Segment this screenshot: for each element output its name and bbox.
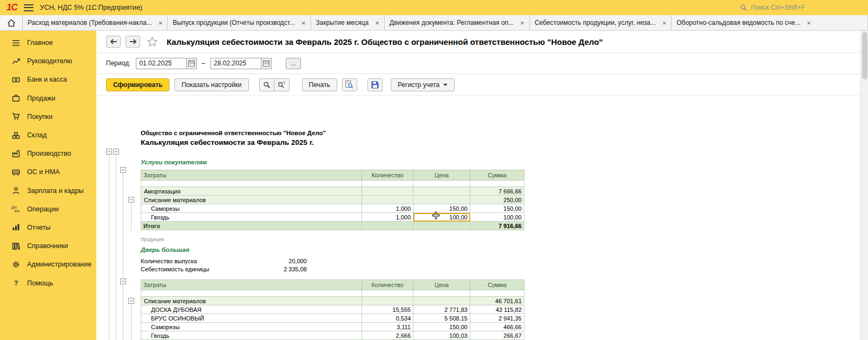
period-from-calendar-button[interactable] — [187, 58, 197, 69]
blank-cell — [141, 290, 362, 297]
row-name-cell[interactable]: Саморезы — [141, 204, 362, 213]
sidebar-item-manager[interactable]: Руководителю — [0, 52, 96, 70]
sidebar-item-bank[interactable]: Банк и касса — [0, 70, 96, 89]
tab-3[interactable]: Закрытие месяца× — [311, 15, 385, 30]
cell-qty[interactable]: 3,111 — [362, 323, 413, 331]
cell-sum[interactable]: 466,66 — [470, 323, 524, 331]
tab-close-icon[interactable]: × — [301, 19, 306, 26]
home-icon — [7, 19, 16, 27]
row-name-cell[interactable]: Гвоздь — [141, 213, 362, 222]
cell-sum[interactable]: 43 115,82 — [470, 305, 524, 314]
sidebar-item-reports[interactable]: Отчеты — [0, 218, 96, 237]
sidebar-item-catalogs[interactable]: Справочники — [0, 237, 96, 255]
period-to-input[interactable]: 28.02.2025 — [211, 58, 261, 69]
cell-price[interactable] — [413, 297, 470, 305]
tab-label: Расход материалов (Требования-накла... — [28, 19, 152, 26]
cell-price[interactable]: 2 771,83 — [413, 305, 470, 314]
back-button[interactable] — [106, 36, 121, 48]
report-area: Общество с ограниченной ответственностью… — [96, 126, 860, 340]
cell-qty[interactable]: 2,666 — [362, 331, 413, 340]
cell-price[interactable] — [413, 196, 470, 204]
home-tab[interactable] — [0, 15, 23, 30]
cell-sum[interactable]: 150,00 — [470, 204, 524, 213]
tab-4[interactable]: Движения документа: Регламентная оп...× — [385, 15, 530, 30]
cell-qty[interactable]: 1,000 — [362, 213, 413, 222]
cell-sum[interactable]: 7 666,66 — [470, 187, 524, 196]
row-name-cell[interactable]: Гвоздь — [141, 331, 362, 340]
tab-label: Оборотно-сальдовая ведомость по сче... — [676, 19, 800, 26]
forward-button[interactable] — [126, 36, 140, 48]
tab-close-icon[interactable]: × — [520, 19, 524, 26]
collapse-toggle[interactable] — [113, 149, 119, 155]
cell-qty[interactable]: 0,534 — [362, 314, 413, 323]
total-label[interactable]: Итого — [141, 222, 362, 230]
sidebar-item-hr[interactable]: Зарплата и кадры — [0, 182, 96, 200]
page-title: Калькуляция себестоимости за Февраль 202… — [167, 37, 603, 46]
blank-cell — [141, 181, 362, 187]
cell-sum[interactable]: 100,00 — [470, 213, 524, 222]
cell-qty[interactable] — [362, 196, 413, 204]
cell-qty[interactable]: 1,000 — [362, 204, 413, 213]
tab-close-icon[interactable]: × — [375, 19, 379, 26]
find-button[interactable] — [259, 78, 274, 91]
cell-price[interactable]: 150,00 — [413, 323, 470, 331]
cell-qty[interactable] — [362, 297, 413, 305]
tab-2[interactable]: Выпуск продукции (Отчеты производст...× — [168, 15, 311, 30]
sidebar-item-help[interactable]: ?Помощь — [0, 274, 96, 292]
generate-button[interactable]: Сформировать — [106, 78, 169, 91]
favorite-star-icon[interactable] — [147, 37, 157, 46]
sidebar-item-main[interactable]: Главное — [0, 34, 96, 52]
sidebar-item-sales[interactable]: Продажи — [0, 89, 96, 108]
collapse-toggle[interactable] — [106, 149, 112, 155]
cell-sum[interactable]: 250,00 — [470, 196, 524, 204]
sidebar-item-production[interactable]: Производство — [0, 144, 96, 163]
cell-price[interactable]: 5 508,15 — [413, 314, 470, 323]
sidebar-item-warehouse[interactable]: Склад — [0, 126, 96, 144]
preview-button[interactable] — [342, 78, 357, 91]
period-to-calendar-button[interactable] — [261, 58, 272, 69]
tab-close-icon[interactable]: × — [807, 19, 811, 26]
row-name-cell[interactable]: Амортизация — [141, 187, 362, 196]
blank-cell — [413, 290, 470, 297]
cell-price[interactable]: 150,00 — [413, 204, 470, 213]
collapse-toggle[interactable] — [128, 197, 134, 203]
vertical-scrollbar[interactable] — [860, 31, 868, 340]
row-name-cell[interactable]: Саморезы — [141, 323, 362, 331]
total-sum[interactable]: 7 916,66 — [470, 222, 524, 230]
row-name-cell[interactable]: Списание материалов — [141, 196, 362, 204]
main-menu-icon[interactable] — [24, 4, 34, 11]
sidebar-item-admin[interactable]: Администрирование — [0, 255, 96, 274]
tab-close-icon[interactable]: × — [662, 19, 667, 26]
scrollbar-thumb[interactable] — [862, 32, 867, 79]
tab-close-icon[interactable]: × — [159, 19, 163, 26]
cell-sum[interactable]: 46 701,61 — [470, 297, 524, 305]
cell-sum[interactable]: 2 941,35 — [470, 314, 524, 323]
register-dropdown-button[interactable]: Регистр учета — [391, 78, 455, 91]
find-next-button[interactable] — [274, 78, 290, 91]
save-button[interactable] — [367, 78, 383, 91]
sidebar-item-purchases[interactable]: Покупки — [0, 108, 96, 126]
sidebar-item-os-nma[interactable]: ОС и НМА — [0, 163, 96, 181]
tab-5[interactable]: Себестоимость продукции, услуг, неза...× — [530, 15, 672, 30]
cell-qty[interactable]: 15,555 — [362, 305, 413, 314]
show-settings-button[interactable]: Показать настройки — [174, 78, 248, 91]
cell-sum[interactable]: 266,67 — [470, 331, 524, 340]
global-search[interactable]: Поиск Ctrl+Shift+F — [740, 4, 805, 11]
cell-price[interactable]: 100,00 — [413, 213, 470, 222]
print-button[interactable]: Печать — [302, 78, 337, 91]
collapse-toggle[interactable] — [128, 298, 134, 304]
tab-6[interactable]: Оборотно-сальдовая ведомость по сче...× — [672, 15, 868, 30]
row-name-cell[interactable]: БРУС ОСИНОВЫЙ — [141, 314, 362, 323]
cell-qty[interactable] — [362, 187, 413, 196]
sidebar-item-operations[interactable]: ДтКтОперации — [0, 200, 96, 218]
cell-price[interactable] — [413, 187, 470, 196]
row-name-cell[interactable]: ДОСКА ДУБОВАЯ — [141, 305, 362, 314]
period-from-input[interactable]: 01.02.2025 — [136, 58, 187, 69]
tab-1[interactable]: Расход материалов (Требования-накла...× — [23, 15, 168, 30]
period-more-button[interactable]: ... — [286, 58, 301, 69]
row-name-cell[interactable]: Списание материалов — [141, 297, 362, 305]
cell-price[interactable]: 100,03 — [413, 331, 470, 340]
collapse-toggle[interactable] — [120, 167, 126, 173]
collapse-toggle[interactable] — [120, 278, 126, 284]
report-toolbar: Сформировать Показать настройки Печать Р… — [96, 74, 860, 96]
